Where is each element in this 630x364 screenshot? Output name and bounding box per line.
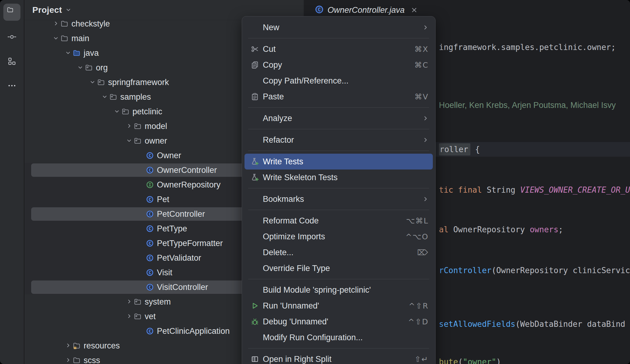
context-menu: NewCut⌘XCopy⌘CCopy Path/Reference...Past… (242, 16, 436, 364)
sidebar-item-commit[interactable] (7, 33, 16, 42)
package-icon (134, 298, 142, 306)
menu-item-label: Delete... (263, 248, 294, 257)
menu-item-label: New (263, 23, 279, 32)
tree-item-label: Visit (157, 268, 172, 277)
scissors-icon (249, 45, 260, 53)
menu-shortcut: ⌘C (415, 61, 429, 70)
menu-item-override-file-type[interactable]: Override File Type (242, 260, 435, 276)
menu-item-refactor[interactable]: Refactor (242, 132, 435, 148)
code-token: tic final (439, 185, 482, 194)
menu-item-optimize-imports[interactable]: Optimize Imports^⌥O (242, 229, 435, 244)
sidebar-item-more[interactable] (7, 82, 16, 91)
menu-item-build-module-spring-petclinic[interactable]: Build Module 'spring-petclinic' (242, 282, 435, 298)
menu-item-analyze[interactable]: Analyze (242, 110, 435, 126)
menu-item-debug-unnamed[interactable]: Debug 'Unnamed'^⇧D (242, 314, 435, 330)
menu-item-open-in-right-split[interactable]: Open in Right Split⇧↵ (242, 351, 435, 364)
code-line: ingframework.samples.petclinic.owner; (439, 41, 616, 53)
menu-item-run-unnamed[interactable]: Run 'Unnamed'^⇧R (242, 298, 435, 314)
menu-item-label: Bookmarks (263, 194, 304, 204)
menu-item-paste[interactable]: Paste⌘V (242, 89, 435, 105)
code-token: al (439, 225, 448, 234)
code-line: al OwnerRepository owners; (439, 223, 563, 236)
structure-icon (7, 57, 16, 67)
package-icon (121, 108, 129, 116)
menu-item-new[interactable]: New (242, 20, 435, 35)
tree-item-label: OwnerController (157, 166, 217, 175)
menu-separator (248, 348, 429, 348)
class-icon: C (146, 152, 154, 159)
menu-item-write-tests[interactable]: Write Tests (244, 154, 433, 170)
chevron-down-icon[interactable] (64, 50, 73, 56)
chevron-right-icon[interactable] (64, 357, 73, 363)
menu-item-bookmarks[interactable]: Bookmarks (242, 191, 435, 207)
folder-icon (60, 20, 68, 28)
resources-folder-icon (73, 342, 81, 350)
menu-separator (248, 151, 429, 151)
package-icon (134, 122, 142, 130)
code-token: rController (439, 266, 491, 275)
code-token: owners (530, 225, 558, 234)
code-line: roller { (439, 143, 480, 155)
code-line: Hoeller, Ken Krebs, Arjen Poutsma, Micha… (439, 99, 616, 111)
chevron-right-icon[interactable] (125, 299, 134, 305)
menu-shortcut: ⇧↵ (415, 355, 429, 364)
menu-item-label: Analyze (263, 114, 292, 123)
menu-item-copy-path-reference[interactable]: Copy Path/Reference... (242, 73, 435, 89)
svg-text:C: C (149, 197, 151, 202)
menu-item-write-skeleton-tests[interactable]: Write Skeleton Tests (242, 170, 435, 185)
chevron-right-icon[interactable] (125, 123, 134, 129)
tree-item-label: samples (120, 92, 151, 102)
code-line: tic final String VIEWS_OWNER_CREATE_OR_U (439, 184, 630, 196)
chevron-down-icon[interactable] (76, 65, 85, 71)
submenu-arrow-icon (422, 115, 429, 121)
menu-item-cut[interactable]: Cut⌘X (242, 41, 435, 57)
tree-item-label: java (84, 48, 99, 58)
panel-title[interactable]: Project (32, 5, 62, 15)
menu-item-reformat-code[interactable]: Reformat Code⌥⌘L (242, 213, 435, 229)
menu-shortcut: ⌘V (415, 92, 429, 101)
tree-item-label: resources (84, 341, 120, 351)
code-token: Hoeller, Ken Krebs, Arjen Poutsma, Micha… (439, 101, 616, 110)
menu-item-label: Reformat Code (263, 216, 319, 226)
code-token: "owner" (463, 357, 496, 364)
tool-window-bar (0, 0, 24, 364)
menu-item-label: Open in Right Split (263, 355, 331, 364)
code-line: setAllowedFields(WebDataBinder dataBind (439, 318, 625, 330)
chevron-down-icon[interactable] (125, 138, 134, 144)
tree-item-label: PetValidator (157, 253, 201, 263)
split-icon (249, 355, 260, 363)
sidebar-item-project[interactable] (3, 4, 20, 21)
submenu-arrow-icon (422, 137, 429, 143)
svg-text:C: C (149, 285, 151, 290)
code-token: OwnerRepository (448, 225, 530, 234)
chevron-right-icon[interactable] (64, 343, 73, 349)
tree-item-label: springframework (108, 78, 169, 87)
chevron-down-icon[interactable] (66, 7, 72, 13)
code-token: ; (558, 225, 563, 234)
chevron-down-icon[interactable] (101, 94, 109, 100)
chevron-down-icon[interactable] (89, 79, 97, 85)
code-token: (OwnerRepository clinicServic (491, 266, 630, 275)
tree-item-label: Owner (157, 151, 181, 160)
close-icon[interactable] (410, 6, 418, 14)
code-token: setAllowedFields (439, 319, 515, 329)
editor-tab-ownercontroller[interactable]: C OwnerController.java (315, 5, 418, 15)
folder-icon (73, 356, 81, 364)
java-folder-icon (73, 49, 81, 57)
menu-item-copy[interactable]: Copy⌘C (242, 57, 435, 73)
paste-icon (249, 92, 260, 101)
code-line: rController(OwnerRepository clinicServic (439, 264, 630, 277)
chevron-right-icon[interactable] (125, 313, 134, 319)
chevron-right-icon[interactable] (52, 21, 60, 27)
menu-item-label: Run 'Unnamed' (263, 301, 319, 311)
menu-item-delete[interactable]: Delete...⌦ (242, 244, 435, 260)
folder-icon (60, 34, 68, 42)
commit-icon (7, 32, 16, 43)
chevron-down-icon[interactable] (52, 35, 60, 41)
menu-shortcut: ⌥⌘L (406, 216, 429, 225)
chevron-down-icon[interactable] (113, 109, 121, 115)
tree-item-label: PetController (157, 209, 205, 219)
svg-text:C: C (149, 153, 151, 158)
menu-item-modify-run-configuration[interactable]: Modify Run Configuration... (242, 330, 435, 345)
sidebar-item-structure[interactable] (7, 57, 16, 66)
